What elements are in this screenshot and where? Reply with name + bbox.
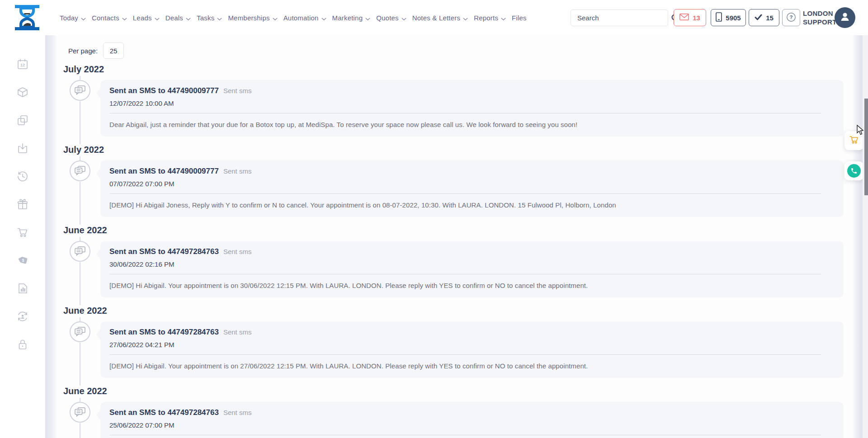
sms-card-header: Sent an SMS to 447490009777 Sent sms bbox=[109, 86, 821, 95]
scrollbar[interactable] bbox=[863, 0, 868, 438]
divider bbox=[109, 435, 821, 435]
timeline-line bbox=[80, 237, 80, 241]
nav-item-label: Deals bbox=[165, 14, 183, 22]
divider bbox=[109, 113, 821, 113]
user-name-line2: SUPPORT bbox=[803, 18, 837, 26]
nav-item-label: Memberships bbox=[228, 14, 269, 22]
chevron-down-icon bbox=[501, 14, 506, 22]
sms-type-tag: Sent sms bbox=[223, 248, 252, 255]
avatar[interactable] bbox=[835, 7, 855, 28]
scrollbar-thumb[interactable] bbox=[864, 99, 868, 195]
left-scroll-shadow bbox=[45, 35, 57, 438]
sms-card-header: Sent an SMS to 447497284763 Sent sms bbox=[109, 408, 821, 417]
sms-title[interactable]: Sent an SMS to 447497284763 bbox=[109, 328, 219, 337]
sms-title[interactable]: Sent an SMS to 447497284763 bbox=[109, 247, 219, 256]
price-tag-icon[interactable]: $ bbox=[16, 254, 29, 267]
sms-type-tag: Sent sms bbox=[223, 328, 252, 336]
search-input[interactable] bbox=[571, 10, 671, 26]
top-bar: Today Contacts Leads Deals bbox=[0, 0, 868, 35]
chevron-down-icon bbox=[463, 14, 468, 22]
chevron-down-icon bbox=[186, 14, 191, 22]
nav-item-files[interactable]: Files bbox=[512, 14, 527, 22]
per-page-select[interactable]: 25 bbox=[103, 42, 124, 59]
nav-item-label: Contacts bbox=[92, 14, 119, 22]
month-heading: July 2022 bbox=[63, 145, 104, 155]
nav-item-label: Quotes bbox=[376, 14, 399, 22]
user-refresh-icon[interactable] bbox=[16, 310, 29, 323]
nav-item-label: Today bbox=[60, 14, 78, 22]
nav-item-automation[interactable]: Automation bbox=[283, 14, 326, 22]
timeline-entry: June 2022 Sent an SMS to 447497284763 Se… bbox=[57, 306, 854, 386]
timeline-entry: July 2022 Sent an SMS to 447490009777 Se… bbox=[57, 145, 854, 225]
chevron-down-icon bbox=[365, 14, 370, 22]
mail-badge[interactable]: 13 bbox=[674, 9, 706, 26]
sms-card: Sent an SMS to 447497284763 Sent sms 25/… bbox=[100, 402, 844, 438]
nav-item-today[interactable]: Today bbox=[60, 14, 86, 22]
timeline-line bbox=[80, 182, 80, 225]
sms-title[interactable]: Sent an SMS to 447497284763 bbox=[109, 408, 219, 417]
nav-item-label: Leads bbox=[133, 14, 152, 22]
history-icon[interactable] bbox=[16, 170, 29, 183]
sms-card: Sent an SMS to 447490009777 Sent sms 07/… bbox=[100, 160, 844, 217]
cart-quick-button[interactable] bbox=[844, 131, 863, 150]
svg-text:$: $ bbox=[22, 258, 24, 263]
sms-title[interactable]: Sent an SMS to 447490009777 bbox=[109, 86, 219, 95]
sms-bubble-icon bbox=[70, 402, 90, 423]
nav-item-deals[interactable]: Deals bbox=[165, 14, 191, 22]
month-heading: June 2022 bbox=[63, 225, 107, 235]
hourglass-logo-icon[interactable] bbox=[13, 3, 42, 32]
nav-item-marketing[interactable]: Marketing bbox=[332, 14, 371, 22]
sms-title[interactable]: Sent an SMS to 447490009777 bbox=[109, 167, 219, 176]
nav-item-label: Tasks bbox=[197, 14, 214, 22]
nav-item-label: Reports bbox=[474, 14, 498, 22]
tasks-count: 15 bbox=[766, 14, 774, 22]
call-button[interactable] bbox=[844, 161, 863, 180]
sms-card: Sent an SMS to 447497284763 Sent sms 30/… bbox=[100, 241, 844, 297]
cart-icon[interactable] bbox=[16, 226, 29, 239]
nav-item-memberships[interactable]: Memberships bbox=[228, 14, 277, 22]
month-heading: June 2022 bbox=[63, 386, 107, 396]
timeline-line bbox=[80, 101, 80, 144]
chevron-down-icon bbox=[321, 14, 326, 22]
sms-bubble-icon bbox=[70, 160, 90, 181]
package-icon[interactable] bbox=[16, 86, 29, 99]
gift-icon[interactable] bbox=[16, 198, 29, 211]
padlock-icon[interactable] bbox=[16, 338, 29, 351]
sms-badge[interactable]: 5905 bbox=[711, 9, 746, 26]
timeline-line bbox=[80, 423, 80, 438]
timeline-line bbox=[80, 398, 80, 402]
calendar-12-icon[interactable]: 12 bbox=[16, 58, 29, 71]
checkmark-icon bbox=[755, 14, 762, 22]
calendar-import-icon[interactable] bbox=[16, 142, 29, 155]
nav-item-contacts[interactable]: Contacts bbox=[92, 14, 127, 22]
question-circle-icon: ? bbox=[786, 12, 796, 24]
sms-type-tag: Sent sms bbox=[223, 87, 252, 94]
activity-content: Per page: 25 July 2022 Sent an SMS to 44… bbox=[57, 35, 854, 438]
nav-item-leads[interactable]: Leads bbox=[133, 14, 160, 22]
timeline-line bbox=[80, 317, 80, 321]
nav-item-reports[interactable]: Reports bbox=[474, 14, 506, 22]
nav-item-tasks[interactable]: Tasks bbox=[197, 14, 222, 22]
sms-message: [DEMO] Hi Abigail. Your appointment is o… bbox=[109, 282, 821, 289]
timeline-entry: July 2022 Sent an SMS to 447490009777 Se… bbox=[57, 64, 854, 145]
user-name: LONDON SUPPORT bbox=[803, 9, 837, 26]
nav-item-notes-letters[interactable]: Notes & Letters bbox=[412, 14, 468, 22]
sidebar-icons: 12 bbox=[16, 58, 29, 351]
timeline-line bbox=[80, 343, 80, 386]
report-chart-icon[interactable] bbox=[16, 282, 29, 295]
nav-item-quotes[interactable]: Quotes bbox=[376, 14, 406, 22]
sms-date: 12/07/2022 10:00 AM bbox=[109, 99, 821, 107]
timeline-line bbox=[80, 262, 80, 305]
sms-timeline: July 2022 Sent an SMS to 447490009777 Se… bbox=[57, 64, 854, 438]
cart-icon bbox=[849, 134, 859, 147]
page: Today Contacts Leads Deals bbox=[0, 0, 868, 438]
help-button[interactable]: ? bbox=[782, 9, 800, 26]
sms-message: Dear Abigail, just a reminder that your … bbox=[109, 121, 821, 128]
tasks-badge[interactable]: 15 bbox=[749, 9, 779, 26]
sidebar: 12 bbox=[0, 35, 45, 438]
envelope-icon bbox=[679, 14, 689, 22]
sms-date: 25/06/2022 07:00 PM bbox=[109, 421, 821, 429]
mobile-phone-icon bbox=[716, 12, 722, 23]
sms-date: 27/06/2022 04:21 PM bbox=[109, 341, 821, 349]
copy-icon[interactable] bbox=[16, 114, 29, 127]
